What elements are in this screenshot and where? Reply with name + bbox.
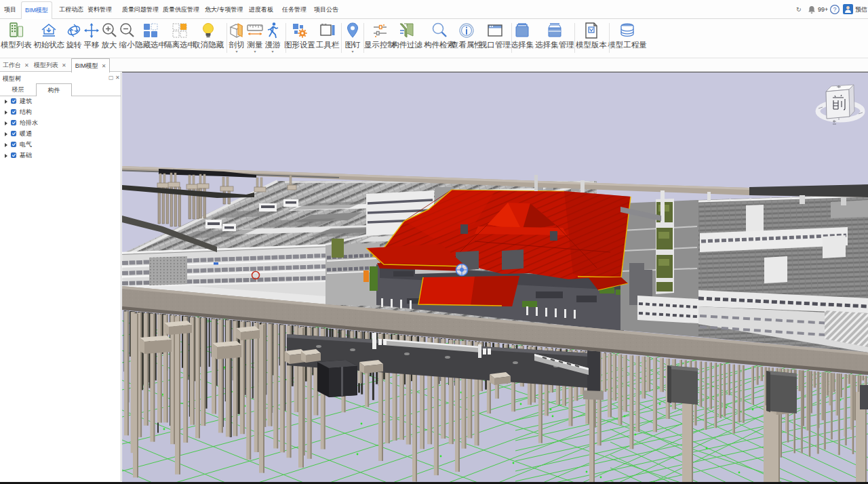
svg-text:?: ? <box>833 6 836 13</box>
